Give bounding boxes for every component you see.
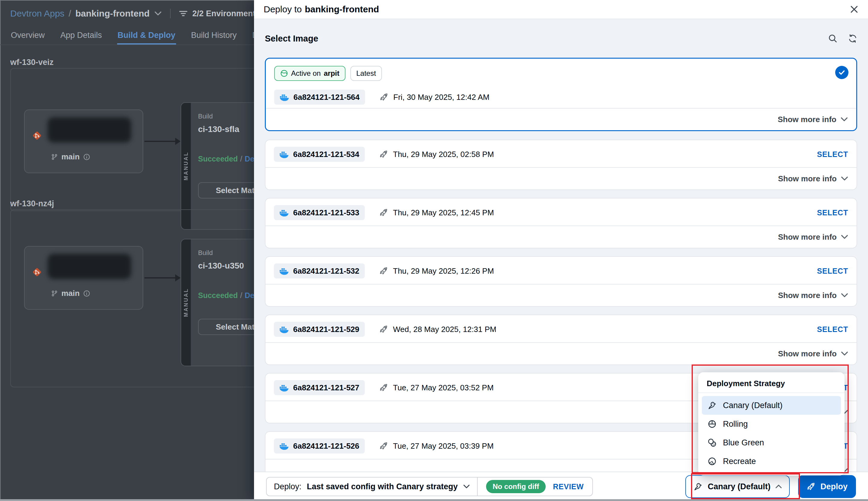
show-more-info-toggle[interactable]: Show more info <box>266 108 856 130</box>
search-icon[interactable] <box>828 34 837 43</box>
git-source-node[interactable]: main <box>24 109 143 173</box>
deploy-button[interactable]: Deploy <box>798 475 856 498</box>
blue-green-icon <box>707 438 717 447</box>
screen: Devtron Apps / banking-frontend 2/2 Envi… <box>0 0 868 501</box>
docker-icon <box>279 267 289 275</box>
git-icon <box>32 267 42 280</box>
image-tag-chip: 6a824121-121-532 <box>274 264 365 278</box>
config-selector: Deploy:Last saved config with Canary str… <box>266 477 593 496</box>
rocket-icon <box>379 208 388 217</box>
image-row: 6a824121-121-534 Thu, 29 May 2025, 02:58… <box>265 140 857 168</box>
show-more-info-toggle[interactable]: Show more info <box>265 225 857 248</box>
redacted-repo-name <box>48 254 131 279</box>
deploy-date: Tue, 27 May 2025, 03:52 PM <box>379 383 494 393</box>
latest-badge: Latest <box>350 66 382 81</box>
deploy-date: Wed, 28 May 2025, 12:31 PM <box>379 325 496 334</box>
image-card[interactable]: Active onarpit Latest 6a824121-121-564 F… <box>265 58 857 131</box>
show-more-info-toggle[interactable]: Show more info <box>265 342 857 364</box>
show-more-info-toggle[interactable]: Show more info <box>265 167 857 190</box>
chevron-down-icon <box>840 117 848 122</box>
select-image-link[interactable]: SELECT <box>817 209 848 217</box>
image-tag-chip: 6a824121-121-534 <box>274 147 365 162</box>
image-badges: Active onarpit Latest <box>266 58 856 81</box>
image-card[interactable]: 6a824121-121-533 Thu, 29 May 2025, 12:45… <box>265 198 857 248</box>
menu-item-rolling[interactable]: Rolling <box>702 415 841 433</box>
image-card[interactable]: 6a824121-121-532 Thu, 29 May 2025, 12:26… <box>265 256 857 307</box>
filter-icon <box>179 10 188 17</box>
image-tag-chip: 6a824121-121-526 <box>274 438 365 454</box>
chevron-down-icon <box>841 235 848 239</box>
tab-app-details[interactable]: App Details <box>60 27 103 44</box>
app-tabs: Overview App Details Build & Deploy Buil… <box>0 27 283 45</box>
config-diff-badge: No config diff <box>486 480 546 493</box>
image-row: 6a824121-121-564 Fri, 30 May 2025, 12:42… <box>266 89 856 105</box>
docker-icon <box>279 384 289 392</box>
tab-build-history[interactable]: Build History <box>190 27 238 44</box>
chevron-down-icon <box>841 351 848 356</box>
info-icon <box>83 154 90 160</box>
rocket-icon <box>379 441 388 450</box>
workflow-name: wf-130-veiz <box>10 58 54 67</box>
image-row: 6a824121-121-529 Wed, 28 May 2025, 12:31… <box>265 315 857 343</box>
workflow-connector-arrow <box>145 141 176 142</box>
close-icon[interactable] <box>850 5 858 13</box>
menu-title: Deployment Strategy <box>698 376 845 393</box>
recreate-icon <box>707 457 717 466</box>
deployed-env-icon <box>280 70 288 77</box>
deploy-date: Fri, 30 May 2025, 12:42 AM <box>379 93 489 102</box>
chevron-down-icon <box>841 176 848 181</box>
refresh-icon[interactable] <box>848 34 857 43</box>
app-switch-chevron-down-icon[interactable] <box>154 11 161 16</box>
deployment-strategy-menu: Deployment Strategy Canary (Default) Rol… <box>698 372 845 476</box>
tab-overview[interactable]: Overview <box>10 27 45 44</box>
breadcrumb-root-link[interactable]: Devtron Apps <box>10 8 64 19</box>
docker-icon <box>279 150 289 158</box>
environment-filter[interactable]: 2/2 Environments <box>179 9 260 18</box>
workflow-name: wf-130-nz4j <box>10 199 54 209</box>
modal-title: Deploy tobanking-frontend <box>264 4 379 14</box>
image-card[interactable]: 6a824121-121-529 Wed, 28 May 2025, 12:31… <box>265 315 857 365</box>
rolling-icon <box>707 419 717 429</box>
image-tag-chip: 6a824121-121-564 <box>274 89 365 105</box>
branch-icon <box>51 290 58 297</box>
window-bottom-edge <box>0 499 868 501</box>
image-row: 6a824121-121-533 Thu, 29 May 2025, 12:45… <box>265 199 857 227</box>
tab-build-deploy[interactable]: Build & Deploy <box>117 27 176 44</box>
git-source-node[interactable]: main <box>24 246 143 310</box>
modal-header: Deploy tobanking-frontend <box>254 0 868 19</box>
node-type-label: Build <box>198 249 213 257</box>
git-icon <box>32 130 42 143</box>
docker-icon <box>279 209 289 216</box>
pipeline-name: ci-130-sfla <box>198 125 239 134</box>
rocket-icon <box>807 482 816 491</box>
info-icon <box>83 290 90 297</box>
show-more-info-toggle[interactable]: Show more info <box>265 284 857 306</box>
canary-icon <box>693 482 703 491</box>
menu-item-blue-green[interactable]: Blue Green <box>702 433 841 452</box>
chevron-up-icon <box>775 484 782 489</box>
select-image-link[interactable]: SELECT <box>817 325 848 334</box>
select-image-link[interactable]: SELECT <box>817 150 848 159</box>
image-tag-chip: 6a824121-121-533 <box>274 205 365 220</box>
section-title: Select Image <box>265 34 318 44</box>
selected-check-icon[interactable] <box>835 66 848 79</box>
menu-item-canary[interactable]: Canary (Default) <box>702 396 841 415</box>
rocket-icon <box>379 383 388 392</box>
deploy-date: Tue, 27 May 2025, 03:39 PM <box>379 441 494 451</box>
deploy-date: Thu, 29 May 2025, 02:58 PM <box>379 150 494 159</box>
workflow-connector-arrow <box>145 277 176 278</box>
image-card[interactable]: 6a824121-121-534 Thu, 29 May 2025, 02:58… <box>265 140 857 190</box>
chevron-down-icon <box>463 484 470 489</box>
deploy-date: Thu, 29 May 2025, 12:26 PM <box>379 266 494 276</box>
select-image-row: Select Image <box>265 19 857 58</box>
pipeline-name: ci-130-u350 <box>198 261 244 271</box>
strategy-selector-button[interactable]: Canary (Default) <box>685 475 790 498</box>
branch-icon <box>51 153 58 161</box>
review-link[interactable]: REVIEW <box>553 482 584 491</box>
branch-row: main <box>51 152 90 161</box>
image-tag-chip: 6a824121-121-529 <box>274 322 365 337</box>
config-dropdown[interactable]: Deploy:Last saved config with Canary str… <box>266 482 477 491</box>
redacted-repo-name <box>48 117 131 142</box>
select-image-link[interactable]: SELECT <box>817 267 848 276</box>
menu-item-recreate[interactable]: Recreate <box>702 452 841 471</box>
